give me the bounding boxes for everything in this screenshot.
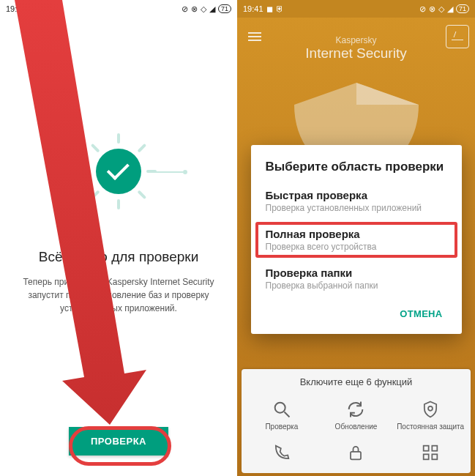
status-time: 19:41 bbox=[6, 4, 26, 13]
option-quick-scan[interactable]: Быстрая проверка Проверка установленных … bbox=[251, 182, 462, 220]
option-sub: Проверка установленных приложений bbox=[266, 203, 447, 213]
ready-illustration bbox=[60, 113, 177, 230]
status-bar: 19:41 ◼ ⛨ ⊘ ⊗ ◇ ◢ 71 bbox=[237, 0, 475, 18]
annotation-highlight-scan bbox=[69, 426, 171, 466]
ready-title: Всё готово для проверки bbox=[39, 249, 199, 265]
dnd-icon: ⊗ bbox=[429, 4, 435, 14]
dialog-title: Выберите область проверки bbox=[251, 160, 462, 182]
status-battery: 71 bbox=[456, 4, 469, 13]
option-full-scan[interactable]: Полная проверка Проверка всего устройств… bbox=[251, 220, 462, 259]
cancel-button[interactable]: ОТМЕНА bbox=[392, 302, 449, 325]
ready-subtitle: Теперь приложение Kaspersky Internet Sec… bbox=[18, 275, 220, 315]
alarm-icon: ⊘ bbox=[419, 4, 426, 14]
wifi-icon: ◇ bbox=[201, 4, 206, 14]
screen-ready: 19:41 ◼ ⊘ ⊗ ◇ ◢ 71 Всё готово для провер… bbox=[0, 0, 237, 476]
alarm-icon: ⊘ bbox=[182, 4, 188, 14]
dialog-overlay: Выберите область проверки Быстрая провер… bbox=[237, 18, 475, 476]
wifi-icon: ◇ bbox=[438, 4, 444, 14]
option-sub: Проверка всего устройства bbox=[266, 242, 447, 252]
option-sub: Проверка выбранной папки bbox=[266, 280, 447, 291]
status-battery: 71 bbox=[218, 4, 231, 13]
dnd-icon: ⊗ bbox=[191, 4, 198, 14]
option-title: Проверка папки bbox=[266, 267, 447, 279]
signal-icon: ◢ bbox=[447, 4, 453, 14]
screen-scan-dialog: 19:41 ◼ ⛨ ⊘ ⊗ ◇ ◢ 71 Kaspersky Internet … bbox=[237, 0, 475, 476]
scan-scope-dialog: Выберите область проверки Быстрая провер… bbox=[251, 145, 462, 334]
status-time: 19:41 bbox=[243, 4, 263, 13]
option-title: Полная проверка bbox=[266, 228, 447, 240]
shield-status-icon: ⛨ bbox=[276, 4, 284, 13]
notification-icon: ◼ bbox=[29, 4, 36, 14]
option-title: Быстрая проверка bbox=[266, 189, 447, 201]
notification-icon: ◼ bbox=[266, 4, 273, 14]
signal-icon: ◢ bbox=[209, 4, 215, 14]
status-bar: 19:41 ◼ ⊘ ⊗ ◇ ◢ 71 bbox=[0, 0, 237, 18]
option-folder-scan[interactable]: Проверка папки Проверка выбранной папки bbox=[251, 259, 462, 298]
checkmark-icon bbox=[96, 149, 141, 194]
